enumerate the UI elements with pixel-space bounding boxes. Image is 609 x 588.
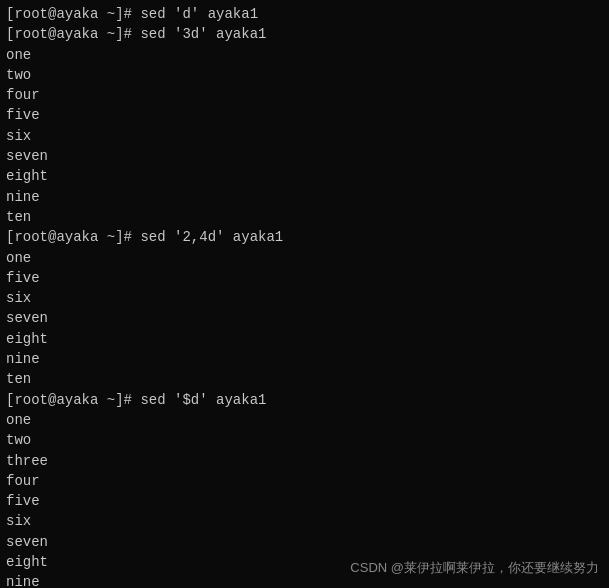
terminal-prompt: [root@ayaka ~]# sed 'd' ayaka1 [6, 4, 603, 24]
terminal-output-line: five [6, 268, 603, 288]
terminal-output-line: nine [6, 349, 603, 369]
watermark: CSDN @莱伊拉啊莱伊拉，你还要继续努力 [350, 559, 599, 578]
terminal-output-line: ten [6, 369, 603, 389]
terminal-output-line: five [6, 105, 603, 125]
terminal-output-line: ten [6, 207, 603, 227]
terminal-output-line: nine [6, 187, 603, 207]
terminal-output-line: four [6, 85, 603, 105]
terminal-output-line: seven [6, 532, 603, 552]
terminal-output-line: one [6, 410, 603, 430]
terminal-prompt: [root@ayaka ~]# sed '2,4d' ayaka1 [6, 227, 603, 247]
terminal-output-line: seven [6, 146, 603, 166]
terminal-output-line: seven [6, 308, 603, 328]
terminal-prompt: [root@ayaka ~]# sed '3d' ayaka1 [6, 24, 603, 44]
terminal-output-line: eight [6, 166, 603, 186]
terminal-output-line: six [6, 126, 603, 146]
terminal-output-line: two [6, 65, 603, 85]
terminal-output-line: one [6, 248, 603, 268]
terminal-output-line: two [6, 430, 603, 450]
terminal-output-line: five [6, 491, 603, 511]
terminal-output-line: four [6, 471, 603, 491]
terminal-prompt: [root@ayaka ~]# sed '$d' ayaka1 [6, 390, 603, 410]
terminal-output-line: three [6, 451, 603, 471]
terminal-output-line: six [6, 288, 603, 308]
terminal-output-line: one [6, 45, 603, 65]
terminal-output-line: eight [6, 329, 603, 349]
terminal-output-line: six [6, 511, 603, 531]
terminal-window: [root@ayaka ~]# sed 'd' ayaka1[root@ayak… [0, 0, 609, 588]
terminal-output: [root@ayaka ~]# sed 'd' ayaka1[root@ayak… [6, 4, 603, 588]
